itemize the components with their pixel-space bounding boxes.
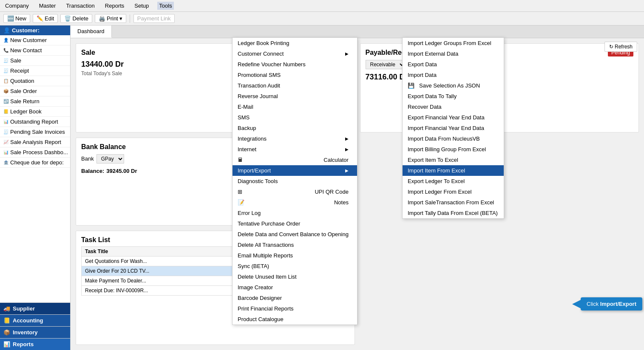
print-button[interactable]: 🖨️ Print ▾ <box>95 14 126 23</box>
tools-dropdown: Ledger Book Printing Customer Connect ▶ … <box>232 37 357 325</box>
sidebar-tab-inventory[interactable]: 📦 Inventory <box>0 326 70 338</box>
pending-sale-icon: 🧾 <box>3 130 9 134</box>
bank-select[interactable]: GPay <box>96 154 124 164</box>
payment-link-button[interactable]: Payment Link <box>133 14 175 23</box>
sidebar-item-outstanding-report[interactable]: 📊 Outstanding Report <box>0 117 70 127</box>
menu-company[interactable]: Company <box>3 2 31 10</box>
sidebar-item-sale-process[interactable]: 📊 Sale Process Dashbo... <box>0 147 70 158</box>
menu-item-error-log[interactable]: Error Log <box>233 208 357 218</box>
menu-item-image-creator[interactable]: Image Creator <box>233 282 357 293</box>
refresh-button[interactable]: ↻ Refresh <box>604 42 637 52</box>
menu-master[interactable]: Master <box>37 2 58 10</box>
menu-tools[interactable]: Tools <box>157 2 173 10</box>
submenu-export-fy-end[interactable]: Export Financial Year End Data <box>403 112 504 123</box>
submenu-save-selection-json[interactable]: 💾 Save Selection As JSON <box>403 80 504 91</box>
new-button[interactable]: 🆕 New <box>3 14 30 23</box>
submenu-import-item-excel[interactable]: Import Item From Excel <box>403 165 504 176</box>
delete-button[interactable]: 🗑️ Delete <box>60 14 92 23</box>
sidebar: 👤 Customer: 👤 New Customer 📞 New Contact… <box>0 25 71 350</box>
customer-icon: 👤 <box>3 27 10 34</box>
sidebar-item-cheque[interactable]: 🏦 Cheque due for depo: <box>0 158 70 168</box>
menu-item-transaction-audit[interactable]: Transaction Audit <box>233 80 357 91</box>
sidebar-tab-reports[interactable]: 📊 Reports <box>0 338 70 350</box>
sidebar-tab-accounting[interactable]: 📒 Accounting <box>0 314 70 326</box>
menu-item-import-export[interactable]: Import/Export ▶ <box>233 165 357 176</box>
sidebar-item-sale[interactable]: 🧾 Sale <box>0 56 70 66</box>
sidebar-item-sale-analysis[interactable]: 📈 Sale Analysis Report <box>0 137 70 147</box>
sidebar-item-sale-order[interactable]: 📦 Sale Order <box>0 86 70 96</box>
submenu-export-ledger[interactable]: Export Ledger To Excel <box>403 176 504 186</box>
submenu-import-sale-transaction[interactable]: Import SaleTransaction From Excel <box>403 197 504 208</box>
menu-item-integrations[interactable]: Integrations ▶ <box>233 133 357 144</box>
callout-tooltip: Click Import/Export <box>581 297 642 310</box>
sale-return-icon: ↩️ <box>3 99 9 104</box>
submenu-import-external-data[interactable]: Import External Data <box>403 48 504 59</box>
submenu-import-fy-end[interactable]: Import Financial Year End Data <box>403 123 504 133</box>
menu-reports[interactable]: Reports <box>103 2 126 10</box>
submenu-import-nucleus[interactable]: Import Data From NucleusVB <box>403 133 504 144</box>
menu-item-internet[interactable]: Internet ▶ <box>233 144 357 155</box>
submenu-import-data[interactable]: Import Data <box>403 70 504 80</box>
sidebar-item-pending-sale-invoices[interactable]: 🧾 Pending Sale Invoices <box>0 127 70 137</box>
menu-item-email-multiple[interactable]: Email Multiple Reports <box>233 250 357 261</box>
menu-item-promotional-sms[interactable]: Promotional SMS <box>233 70 357 80</box>
menu-item-notes[interactable]: 📝 Notes <box>233 197 357 208</box>
menu-item-ledger-book-printing[interactable]: Ledger Book Printing <box>233 38 357 48</box>
import-export-submenu: Import Ledger Groups From Excel Import E… <box>402 37 504 219</box>
submenu-import-ledger[interactable]: Import Ledger From Excel <box>403 186 504 197</box>
reports-icon: 📊 <box>3 341 10 347</box>
inventory-icon: 📦 <box>3 329 10 336</box>
sidebar-item-ledger-book[interactable]: 📒 Ledger Book <box>0 107 70 117</box>
menu-item-delete-data[interactable]: Delete Data and Convert Balance to Openi… <box>233 229 357 240</box>
toolbar-separator <box>130 14 130 23</box>
menu-bar: Company Master Transaction Reports Setup… <box>0 0 644 12</box>
menu-item-product-catalogue[interactable]: Product Catalogue <box>233 314 357 325</box>
submenu-import-ledger-groups[interactable]: Import Ledger Groups From Excel <box>403 38 504 48</box>
sidebar-item-new-customer[interactable]: 👤 New Customer <box>0 35 70 45</box>
menu-item-reverse-journal[interactable]: Reverse Journal <box>233 91 357 102</box>
edit-button[interactable]: ✏️ Edit <box>33 14 58 23</box>
menu-transaction[interactable]: Transaction <box>64 2 96 10</box>
sidebar-item-quotation[interactable]: 📋 Quotation <box>0 76 70 86</box>
menu-item-upi-qr[interactable]: ⊞ UPI QR Code <box>233 186 357 197</box>
new-contact-icon: 📞 <box>3 48 9 53</box>
edit-icon: ✏️ <box>37 15 43 22</box>
chevron-right-icon: ▶ <box>345 147 349 152</box>
menu-item-customer-connect[interactable]: Customer Connect ▶ <box>233 48 357 59</box>
receivable-select[interactable]: Receivable Payable <box>366 60 406 69</box>
sidebar-item-receipt[interactable]: 🧾 Receipt <box>0 66 70 76</box>
submenu-export-item[interactable]: Export Item To Excel <box>403 155 504 165</box>
submenu-export-data[interactable]: Export Data <box>403 59 504 70</box>
sidebar-tab-supplier[interactable]: 🚚 Supplier <box>0 302 70 314</box>
menu-setup[interactable]: Setup <box>133 2 150 10</box>
sale-icon: 🧾 <box>3 58 9 63</box>
menu-item-print-financial[interactable]: Print Financial Reports <box>233 303 357 314</box>
tab-dashboard[interactable]: Dashboard <box>71 25 112 38</box>
submenu-import-billing-group[interactable]: Import Billing Group From Excel <box>403 144 504 155</box>
cheque-icon: 🏦 <box>3 160 9 165</box>
menu-item-diagnostic-tools[interactable]: Diagnostic Tools <box>233 176 357 186</box>
sidebar-item-sale-return[interactable]: ↩️ Sale Return <box>0 96 70 107</box>
bank-label: Bank <box>81 155 94 162</box>
menu-item-backup[interactable]: Backup <box>233 123 357 133</box>
sidebar-item-new-contact[interactable]: 📞 New Contact <box>0 45 70 56</box>
sidebar-bottom: 🚚 Supplier 📒 Accounting 📦 Inventory 📊 Re… <box>0 302 70 350</box>
menu-item-email[interactable]: E-Mail <box>233 102 357 112</box>
receipt-icon: 🧾 <box>3 68 9 73</box>
menu-item-barcode[interactable]: Barcode Designer <box>233 293 357 303</box>
submenu-recover-data[interactable]: Recover Data <box>403 102 504 112</box>
new-icon: 🆕 <box>7 15 14 22</box>
sale-analysis-icon: 📈 <box>3 140 9 144</box>
supplier-icon: 🚚 <box>3 305 10 312</box>
menu-item-sync[interactable]: Sync (BETA) <box>233 261 357 271</box>
submenu-export-tally[interactable]: Export Data To Tally <box>403 91 504 102</box>
menu-item-delete-unused[interactable]: Delete Unused Item List <box>233 271 357 282</box>
menu-item-calculator[interactable]: 🖩 Calculator <box>233 155 357 165</box>
sale-order-icon: 📦 <box>3 89 9 93</box>
menu-item-tentative-po[interactable]: Tentative Purchase Order <box>233 218 357 229</box>
menu-item-redefine-voucher[interactable]: Redefine Voucher Numbers <box>233 59 357 70</box>
menu-item-delete-all-transactions[interactable]: Delete All Transactions <box>233 240 357 250</box>
menu-item-sms[interactable]: SMS <box>233 112 357 123</box>
sale-process-icon: 📊 <box>3 150 9 155</box>
submenu-import-tally-beta[interactable]: Import Tally Data From Excel (BETA) <box>403 208 504 218</box>
